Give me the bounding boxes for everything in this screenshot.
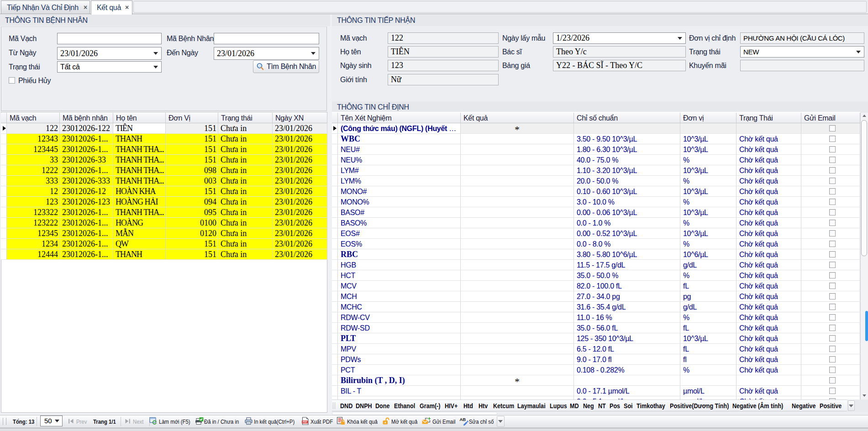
svg-text:PDF: PDF	[303, 421, 307, 423]
svg-text:AB: AB	[460, 417, 466, 422]
